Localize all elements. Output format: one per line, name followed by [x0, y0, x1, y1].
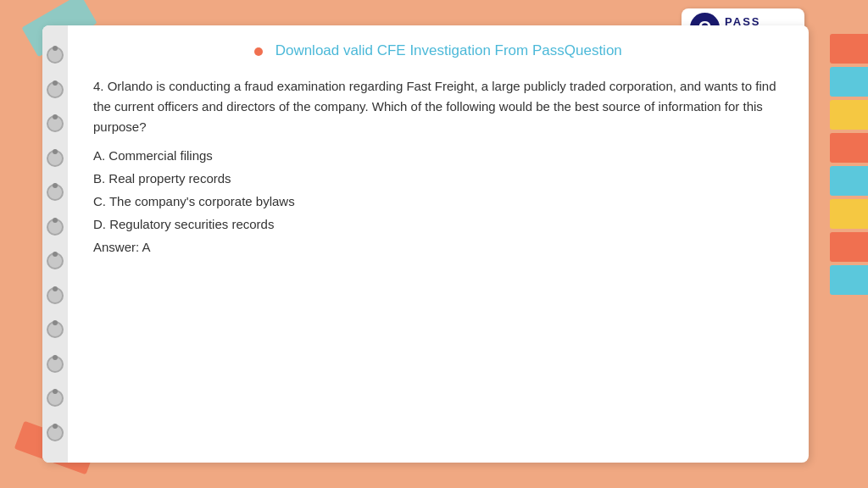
- question-body: Orlando is conducting a fraud examinatio…: [93, 79, 776, 134]
- spiral-ring: [47, 356, 64, 373]
- sticky-tabs-right: [830, 34, 868, 295]
- spiral-ring: [47, 81, 64, 98]
- sticky-tab: [830, 67, 868, 97]
- answer-value: A: [142, 240, 151, 254]
- spiral-ring: [47, 219, 64, 236]
- notebook-card: Download valid CFE Investigation From Pa…: [42, 25, 809, 463]
- notebook-header: Download valid CFE Investigation From Pa…: [93, 42, 783, 59]
- question-number: 4.: [93, 79, 104, 93]
- sticky-tab: [830, 232, 868, 262]
- option-b: B. Real property records: [93, 167, 783, 190]
- sticky-tab: [830, 265, 868, 295]
- sticky-tab: [830, 133, 868, 163]
- sticky-tab: [830, 166, 868, 196]
- header-title: Download valid CFE Investigation From Pa…: [275, 42, 622, 58]
- sticky-tab: [830, 100, 868, 130]
- spiral-ring: [47, 184, 64, 201]
- spiral-binding: [42, 25, 68, 463]
- answer-label-text: Answer:: [93, 240, 139, 254]
- spiral-ring: [47, 150, 64, 167]
- spiral-ring: [47, 321, 64, 338]
- notebook-content: Download valid CFE Investigation From Pa…: [68, 25, 809, 463]
- sticky-tab: [830, 34, 868, 64]
- header-bullet: [254, 47, 263, 56]
- spiral-ring: [47, 390, 64, 407]
- answer-line: Answer: A: [93, 236, 783, 258]
- spiral-ring: [47, 424, 64, 441]
- spiral-ring: [47, 47, 64, 64]
- spiral-ring: [47, 115, 64, 132]
- sticky-tab: [830, 199, 868, 229]
- spiral-ring: [47, 252, 64, 269]
- spiral-ring: [47, 287, 64, 304]
- option-d: D. Regulatory securities records: [93, 213, 783, 236]
- question-text: 4. Orlando is conducting a fraud examina…: [93, 76, 783, 137]
- options-list: A. Commercial filingsB. Real property re…: [93, 144, 783, 236]
- option-a: A. Commercial filings: [93, 144, 783, 167]
- option-c: C. The company's corporate bylaws: [93, 190, 783, 213]
- question-area: 4. Orlando is conducting a fraud examina…: [93, 76, 783, 258]
